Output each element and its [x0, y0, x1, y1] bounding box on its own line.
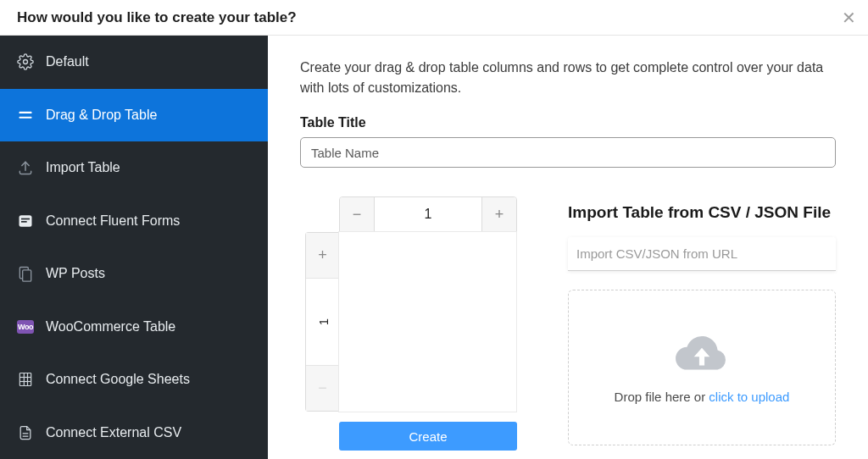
drop-text: Drop file here or click to upload — [615, 390, 790, 404]
sidebar-item-label: WooCommerce Table — [46, 319, 175, 335]
row-stepper: + 1 − — [305, 232, 339, 412]
sidebar-item-external-csv[interactable]: Connect External CSV — [0, 406, 268, 460]
file-icon — [17, 424, 34, 441]
sidebar-item-import[interactable]: Import Table — [0, 141, 268, 195]
file-dropzone[interactable]: Drop file here or click to upload — [568, 290, 836, 445]
svg-point-0 — [24, 60, 28, 64]
gear-icon — [17, 53, 34, 70]
svg-rect-5 — [21, 221, 27, 223]
upload-icon — [17, 159, 34, 176]
sidebar-item-label: Drag & Drop Table — [46, 108, 157, 123]
sidebar: Default Drag & Drop Table Import Table C… — [0, 36, 268, 459]
grid-preview-cell — [338, 231, 517, 412]
create-table-modal: How would you like to create your table?… — [0, 0, 868, 459]
grid-config: − 1 + + 1 − Create — [300, 196, 517, 445]
svg-rect-8 — [19, 373, 31, 386]
modal-title: How would you like to create your table? — [17, 9, 297, 26]
form-icon — [17, 213, 34, 230]
sidebar-item-label: Connect External CSV — [46, 425, 181, 440]
sidebar-item-label: Import Table — [46, 160, 120, 175]
sidebar-item-woocommerce[interactable]: Woo WooCommerce Table — [0, 301, 268, 354]
woocommerce-icon: Woo — [17, 318, 34, 335]
svg-rect-4 — [21, 218, 30, 219]
row-decrement-button[interactable]: − — [306, 365, 339, 411]
spreadsheet-icon — [17, 371, 34, 388]
sidebar-item-drag-drop[interactable]: Drag & Drop Table — [0, 89, 268, 142]
import-url-input[interactable] — [568, 237, 836, 271]
import-panel: Import Table from CSV / JSON File Drop f… — [568, 196, 836, 445]
sidebar-item-default[interactable]: Default — [0, 36, 268, 89]
table-title-label: Table Title — [300, 115, 836, 130]
svg-rect-7 — [23, 270, 31, 281]
config-row: − 1 + + 1 − Create Import — [300, 196, 836, 445]
sidebar-item-wp-posts[interactable]: WP Posts — [0, 247, 268, 301]
svg-rect-1 — [19, 112, 32, 113]
table-title-input[interactable] — [300, 137, 836, 168]
col-decrement-button[interactable]: − — [340, 197, 374, 231]
col-increment-button[interactable]: + — [482, 197, 516, 231]
drag-handle-icon — [17, 107, 34, 124]
cloud-upload-icon — [674, 332, 730, 378]
close-icon[interactable]: ✕ — [842, 9, 856, 26]
sidebar-item-google-sheets[interactable]: Connect Google Sheets — [0, 353, 268, 406]
posts-icon — [17, 265, 34, 282]
modal-header: How would you like to create your table?… — [0, 0, 868, 36]
main-pane: Create your drag & drop table columns an… — [268, 36, 868, 459]
row-increment-button[interactable]: + — [306, 233, 339, 279]
click-to-upload-link[interactable]: click to upload — [709, 390, 789, 404]
sidebar-item-label: Connect Google Sheets — [46, 372, 190, 387]
create-button[interactable]: Create — [339, 422, 517, 451]
col-count-value: 1 — [374, 197, 482, 231]
sidebar-item-label: Default — [46, 54, 89, 69]
sidebar-item-fluent-forms[interactable]: Connect Fluent Forms — [0, 195, 268, 248]
drop-text-prefix: Drop file here or — [615, 390, 709, 404]
sidebar-item-label: Connect Fluent Forms — [46, 213, 180, 229]
import-title: Import Table from CSV / JSON File — [568, 203, 836, 222]
intro-text: Create your drag & drop table columns an… — [300, 58, 836, 98]
column-stepper: − 1 + — [339, 196, 517, 232]
modal-body: Default Drag & Drop Table Import Table C… — [0, 36, 868, 459]
svg-rect-2 — [19, 116, 32, 118]
sidebar-item-label: WP Posts — [46, 266, 105, 281]
